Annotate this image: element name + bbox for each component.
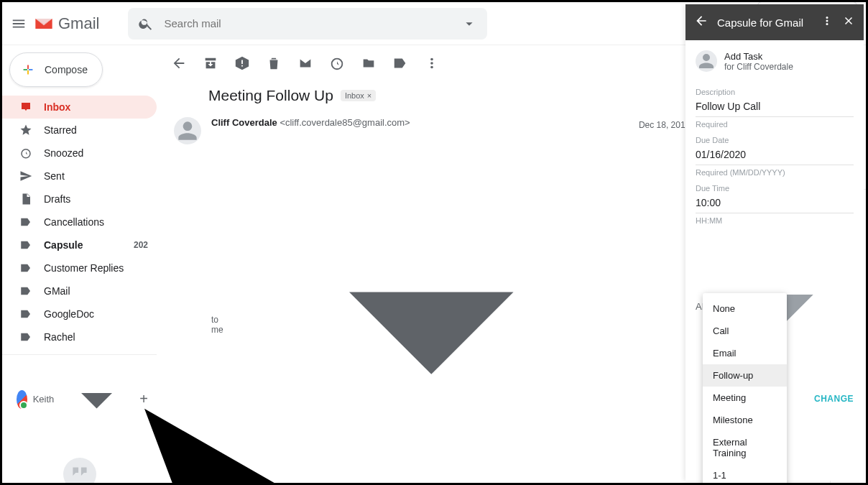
sidebar-item-label: Sent: [44, 170, 65, 182]
spam-icon[interactable]: [234, 55, 250, 71]
add-contact-button[interactable]: +: [139, 391, 148, 407]
sender-avatar: [174, 117, 201, 144]
search-options-icon[interactable]: [461, 16, 477, 32]
label-icon: [19, 101, 32, 114]
duetime-hint: HH:MM: [696, 216, 854, 225]
moveto-icon[interactable]: [361, 55, 377, 71]
label-icon: [19, 170, 32, 183]
addtask-subtitle: for Cliff Coverdale: [724, 62, 793, 72]
gmail-logo-text: Gmail: [58, 14, 99, 33]
sidebar-item-label: Cancellations: [44, 216, 104, 228]
dropdown-item-milestone[interactable]: Milestone: [703, 409, 787, 431]
addtask-title: Add Task: [724, 51, 793, 62]
duedate-label: Due Date: [696, 136, 854, 144]
description-label: Description: [696, 88, 854, 96]
sidepanel-back-icon[interactable]: [694, 14, 708, 31]
dropdown-item-meeting[interactable]: Meeting: [703, 387, 787, 409]
mark-unread-icon[interactable]: [297, 55, 313, 71]
sidebar-item-drafts[interactable]: Drafts: [2, 188, 157, 211]
gmail-logo[interactable]: Gmail: [34, 14, 99, 34]
delete-icon[interactable]: [266, 55, 282, 71]
sidebar-item-label: Customer Replies: [44, 262, 124, 274]
compose-button[interactable]: Compose: [9, 52, 103, 87]
dropdown-item-1-1[interactable]: 1-1: [703, 464, 787, 485]
sidebar-item-snoozed[interactable]: Snoozed: [2, 142, 157, 165]
label-icon: [19, 285, 32, 297]
chevron-down-icon: [60, 362, 134, 436]
gmail-icon: [34, 14, 54, 34]
back-icon[interactable]: [171, 55, 187, 71]
duetime-input[interactable]: 10:00: [696, 195, 854, 213]
email-subject: Meeting Follow Up: [208, 87, 333, 104]
sidebar-item-label: Rachel: [44, 331, 75, 343]
sidebar-item-label: GoogleDoc: [44, 308, 94, 320]
duedate-input[interactable]: 01/16/2020: [696, 147, 854, 165]
sender-name: Cliff Coverdale: [211, 117, 277, 128]
sidebar-item-capsule[interactable]: Capsule202: [2, 234, 157, 257]
sidebar-item-customer-replies[interactable]: Customer Replies: [2, 257, 157, 280]
sidebar-item-sent[interactable]: Sent: [2, 165, 157, 188]
sidebar-item-starred[interactable]: Starred: [2, 119, 157, 142]
sidebar-item-googledoc[interactable]: GoogleDoc: [2, 302, 157, 325]
label-icon: [19, 308, 32, 320]
sidebar-item-label: GMail: [44, 285, 70, 297]
label-icon: [19, 331, 32, 343]
sidepanel-title: Capsule for Gmail: [717, 17, 812, 29]
user-name-label: Keith: [33, 394, 55, 405]
dropdown-item-none[interactable]: None: [703, 297, 787, 320]
label-icon[interactable]: [392, 55, 408, 71]
hangouts-bubble-icon: [63, 458, 96, 485]
hangouts-user-row[interactable]: Keith +: [2, 354, 157, 443]
search-icon[interactable]: [138, 16, 154, 32]
plus-multicolor-icon: [20, 62, 36, 78]
svg-point-16: [430, 66, 433, 69]
sidebar-item-count: 202: [134, 240, 148, 250]
tasktype-dropdown: NoneCallEmailFollow-upMeetingMilestoneEx…: [703, 293, 787, 485]
sidebar-item-rachel[interactable]: Rachel: [2, 325, 157, 348]
sidebar-item-inbox[interactable]: Inbox: [2, 96, 157, 119]
recipient-line: to me: [211, 315, 231, 335]
snooze-icon[interactable]: [329, 55, 345, 71]
label-icon: [19, 193, 32, 205]
search-bar[interactable]: [128, 8, 487, 40]
label-icon: [19, 262, 32, 274]
task-contact-avatar: [696, 50, 717, 72]
user-presence-icon: [17, 390, 27, 409]
hangouts-panel: No recent chats Start a new one: [2, 443, 157, 485]
more-icon[interactable]: [424, 55, 440, 71]
change-button[interactable]: CHANGE: [814, 394, 854, 404]
chevron-down-icon[interactable]: [234, 128, 629, 485]
sidebar-item-label: Drafts: [44, 193, 70, 205]
svg-point-27: [826, 23, 828, 25]
compose-label: Compose: [45, 64, 88, 75]
svg-point-15: [430, 62, 433, 65]
archive-icon[interactable]: [203, 55, 218, 71]
duedate-hint: Required (MM/DD/YYYY): [696, 168, 854, 177]
svg-point-14: [430, 58, 433, 61]
hamburger-icon[interactable]: [11, 16, 27, 32]
duetime-label: Due Time: [696, 184, 854, 193]
sidebar-item-cancellations[interactable]: Cancellations: [2, 211, 157, 234]
svg-point-26: [826, 20, 828, 22]
label-icon: [19, 147, 32, 160]
sidebar-item-gmail[interactable]: GMail: [2, 280, 157, 302]
sidebar-item-label: Snoozed: [44, 147, 83, 159]
sidepanel-more-icon[interactable]: [821, 14, 834, 30]
dropdown-item-follow-up[interactable]: Follow-up: [703, 364, 787, 387]
label-icon: [19, 216, 32, 228]
inbox-chip[interactable]: Inbox ×: [341, 90, 376, 101]
dropdown-item-email[interactable]: Email: [703, 342, 787, 364]
dropdown-item-external-training[interactable]: External Training: [703, 431, 787, 464]
description-hint: Required: [696, 120, 854, 129]
sidepanel-close-icon[interactable]: [842, 14, 855, 30]
label-icon: [19, 239, 32, 251]
svg-point-25: [826, 17, 828, 19]
sender-email: <cliff.coverdale85@gmail.com>: [280, 117, 410, 128]
search-input[interactable]: [164, 17, 451, 29]
label-icon: [19, 124, 32, 137]
sidebar-item-label: Starred: [44, 124, 77, 136]
sidebar-item-label: Inbox: [44, 101, 70, 113]
description-input[interactable]: Follow Up Call: [696, 99, 854, 117]
dropdown-item-call[interactable]: Call: [703, 320, 787, 342]
sidebar-item-label: Capsule: [44, 239, 83, 251]
